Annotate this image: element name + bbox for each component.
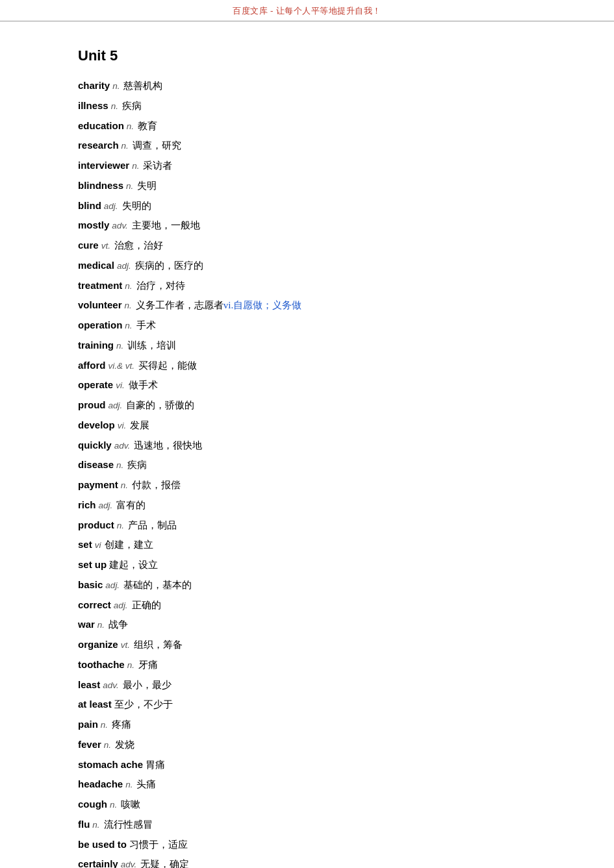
list-item: interviewer n. 采访者 xyxy=(78,156,536,176)
vocab-definition: 训练，培训 xyxy=(127,336,176,356)
vocab-word: least xyxy=(78,675,100,695)
list-item: organize vt. 组织，筹备 xyxy=(78,635,536,655)
vocab-word: fever xyxy=(78,735,101,755)
list-item: product n. 产品，制品 xyxy=(78,515,536,536)
vocab-pos: n. xyxy=(127,656,134,675)
vocab-word: war xyxy=(78,615,95,635)
list-item: war n. 战争 xyxy=(78,615,536,635)
vocab-word: medical xyxy=(78,256,114,276)
vocab-word: correct xyxy=(78,595,111,615)
vocab-pos: n. xyxy=(132,157,139,175)
list-item: medical adj. 疾病的，医疗的 xyxy=(78,256,536,276)
list-item: correct adj. 正确的 xyxy=(78,595,536,615)
list-item: training n. 训练，培训 xyxy=(78,336,536,356)
vocab-word: certainly xyxy=(78,854,118,868)
list-item: at least 至少，不少于 xyxy=(78,695,536,715)
vocab-definition: 发烧 xyxy=(115,735,134,755)
vocab-pos: adv. xyxy=(121,856,137,868)
list-item: flu n. 流行性感冒 xyxy=(78,815,536,835)
unit-title: Unit 5 xyxy=(78,47,536,64)
vocab-pos: n. xyxy=(125,776,133,794)
list-item: fever n. 发烧 xyxy=(78,735,536,755)
vocab-word: disease xyxy=(78,455,114,475)
vocab-definition: 手术 xyxy=(136,316,156,336)
vocab-definition: 创建，建立 xyxy=(105,535,153,555)
vocab-definition: 治疗，对待 xyxy=(136,276,185,296)
list-item: disease n. 疾病 xyxy=(78,455,536,475)
vocab-definition: 治愈，治好 xyxy=(114,236,163,256)
list-item: quickly adv. 迅速地，很快地 xyxy=(78,436,536,456)
list-item: education n. 教育 xyxy=(78,116,536,136)
vocab-word: cough xyxy=(78,795,107,815)
vocab-pos: vt. xyxy=(121,636,130,654)
vocab-word: blind xyxy=(78,196,101,216)
vocab-word: operate xyxy=(78,375,113,395)
list-item: headache n. 头痛 xyxy=(78,775,536,795)
vocab-definition: 产品，制品 xyxy=(128,515,177,536)
vocab-word: rich xyxy=(78,495,96,515)
vocab-word: basic xyxy=(78,575,103,595)
vocab-definition: 义务工作者，志愿者 xyxy=(136,295,224,316)
vocab-definition: 主要地，一般地 xyxy=(132,216,200,236)
vocab-word: research xyxy=(78,136,119,156)
list-item: cure vt. 治愈，治好 xyxy=(78,236,536,256)
vocab-word: develop xyxy=(78,415,115,436)
list-item: set vi 创建，建立 xyxy=(78,535,536,555)
vocab-definition: 至少，不少于 xyxy=(114,695,173,715)
vocab-pos: adj. xyxy=(104,197,118,216)
vocab-pos: n. xyxy=(117,517,124,535)
vocab-pos: vi. xyxy=(118,417,127,435)
vocab-pos: vi. xyxy=(116,377,125,395)
page-content: Unit 5 charity n. 慈善机构illness n. 疾病educa… xyxy=(0,21,614,868)
vocab-definition: 牙痛 xyxy=(138,655,158,675)
vocab-definition: 自豪的，骄傲的 xyxy=(126,395,194,415)
vocab-pos: adj. xyxy=(117,257,131,275)
list-item: rich adj. 富有的 xyxy=(78,495,536,515)
vocab-definition: 疾病 xyxy=(122,96,142,116)
list-item: develop vi. 发展 xyxy=(78,415,536,436)
top-bar-text: 百度文库 - 让每个人平等地提升自我！ xyxy=(233,6,381,16)
vocab-definition: 建起，设立 xyxy=(109,555,158,575)
list-item: cough n. 咳嗽 xyxy=(78,795,536,815)
vocab-pos: n. xyxy=(111,97,118,116)
vocab-definition: 慈善机构 xyxy=(123,76,162,96)
list-item: afford vi.& vt. 买得起，能做 xyxy=(78,356,536,376)
vocab-pos: n. xyxy=(116,456,123,475)
vocab-definition: 采访者 xyxy=(143,156,172,176)
list-item: least adv. 最小，最少 xyxy=(78,675,536,695)
list-item: toothache n. 牙痛 xyxy=(78,655,536,675)
vocab-word: pain xyxy=(78,715,98,735)
vocab-word: quickly xyxy=(78,436,112,456)
vocab-pos: n. xyxy=(122,137,129,155)
vocab-pos: adv. xyxy=(103,676,119,695)
vocab-word: education xyxy=(78,116,124,136)
vocab-pos: adv. xyxy=(114,437,131,455)
list-item: stomach ache 胃痛 xyxy=(78,755,536,775)
vocab-word: charity xyxy=(78,76,110,96)
list-item: be used to 习惯于，适应 xyxy=(78,835,536,855)
vocab-definition: 胃痛 xyxy=(146,755,165,775)
vocab-word: illness xyxy=(78,96,109,116)
vocab-word: be used to xyxy=(78,835,127,855)
vocab-word: headache xyxy=(78,775,123,795)
vocab-definition: 买得起，能做 xyxy=(138,356,197,376)
vocab-pos: adj. xyxy=(99,497,113,515)
list-item: charity n. 慈善机构 xyxy=(78,76,536,96)
list-item: certainly adv. 无疑，确定 xyxy=(78,854,536,868)
vocab-definition: 发展 xyxy=(130,415,149,436)
vocab-definition: 组织，筹备 xyxy=(134,635,183,655)
list-item: operation n. 手术 xyxy=(78,316,536,336)
vocab-word: training xyxy=(78,336,114,356)
vocab-pos: adj. xyxy=(109,397,123,415)
vocab-pos: n. xyxy=(127,118,134,136)
vocab-pos: n. xyxy=(125,317,132,335)
vocab-pos: adv. xyxy=(112,217,128,235)
vocab-definition: 富有的 xyxy=(116,495,146,515)
vocab-list: charity n. 慈善机构illness n. 疾病education n.… xyxy=(78,76,536,868)
vocab-definition: 迅速地，很快地 xyxy=(134,436,202,456)
vocab-definition: 流行性感冒 xyxy=(104,815,153,835)
vocab-word: operation xyxy=(78,316,122,336)
list-item: proud adj. 自豪的，骄傲的 xyxy=(78,395,536,415)
vocab-word: set xyxy=(78,535,92,555)
vocab-word: mostly xyxy=(78,216,109,236)
